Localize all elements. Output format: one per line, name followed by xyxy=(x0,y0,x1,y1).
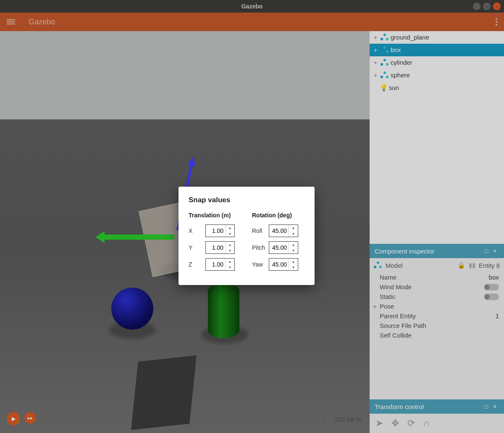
snap-values-dialog: Snap values Translation (m) X ▲▼ Y ▲▼ Z … xyxy=(178,187,315,285)
panel-close-icon[interactable]: × xyxy=(491,248,499,254)
z-label: Z xyxy=(189,261,205,268)
spin-down-icon[interactable]: ▼ xyxy=(289,264,298,270)
scene-plane-shadow xyxy=(131,355,197,430)
app-title: Gazebo xyxy=(29,18,55,26)
window-maximize-button[interactable]: ▭ xyxy=(483,3,491,10)
axis-y-arrow[interactable] xyxy=(103,235,174,240)
row-source-key: Source File Path xyxy=(380,322,499,329)
translation-z-input[interactable]: ▲▼ xyxy=(205,258,235,271)
spin-up-icon[interactable]: ▲ xyxy=(289,242,298,248)
tree-expander[interactable]: + xyxy=(372,59,379,66)
scene-cylinder[interactable] xyxy=(208,283,239,338)
window-titlebar: Gazebo – ▭ × xyxy=(0,0,504,13)
step-button[interactable]: ▸▸ xyxy=(24,412,36,424)
window-title: Gazebo xyxy=(242,3,263,10)
model-icon xyxy=(381,46,389,54)
tree-item-label: sun xyxy=(389,84,399,91)
dialog-title: Snap values xyxy=(189,196,304,204)
zoom-percent: 102.16 % xyxy=(335,416,361,423)
rotate-tool-icon[interactable]: ⟳ xyxy=(407,418,415,429)
spin-down-icon[interactable]: ▼ xyxy=(226,231,234,237)
select-tool-icon[interactable]: ➤ xyxy=(375,418,383,429)
static-toggle[interactable] xyxy=(484,293,499,300)
translate-tool-icon[interactable]: ✥ xyxy=(391,418,399,429)
spin-down-icon[interactable]: ▼ xyxy=(226,248,234,253)
scene-sphere[interactable] xyxy=(111,288,153,330)
play-button[interactable]: ▶ xyxy=(7,412,20,425)
inspector-entity: Entity 8 xyxy=(479,262,500,269)
spin-up-icon[interactable]: ▲ xyxy=(289,259,298,264)
row-name-value: box xyxy=(489,274,499,281)
yaw-label: Yaw xyxy=(252,261,269,268)
row-pose-key: Pose xyxy=(380,303,499,310)
window-close-button[interactable]: × xyxy=(493,3,501,10)
tree-item-label: sphere xyxy=(391,71,410,79)
lock-icon[interactable]: 🔒 xyxy=(457,261,465,269)
light-icon: 💡 xyxy=(381,84,387,92)
entity-tree: +ground_plane+box+cylinder+sphere💡sun xyxy=(370,31,504,94)
tree-expander[interactable]: + xyxy=(372,72,379,79)
tree-item-sphere[interactable]: +sphere xyxy=(370,69,504,82)
viewport-status: ‹ 102.16 % xyxy=(324,415,361,424)
tree-expander[interactable]: + xyxy=(372,34,379,41)
pose-expander[interactable]: + xyxy=(373,303,380,310)
tree-item-ground_plane[interactable]: +ground_plane xyxy=(370,31,504,44)
tree-expander[interactable]: + xyxy=(372,47,379,53)
spin-up-icon[interactable]: ▲ xyxy=(226,225,234,231)
translation-x-input[interactable]: ▲▼ xyxy=(205,224,235,237)
pause-icon[interactable]: ▮▮ xyxy=(469,261,475,269)
x-label: X xyxy=(189,227,205,234)
snap-tool-icon[interactable]: ∩ xyxy=(423,418,430,429)
row-parent-value: 1 xyxy=(496,312,499,319)
panel-title: Component inspector xyxy=(375,248,435,255)
translation-y-input[interactable]: ▲▼ xyxy=(205,241,235,254)
rotation-yaw-input[interactable]: ▲▼ xyxy=(269,258,298,271)
row-parent-key: Parent Entity xyxy=(380,312,496,319)
tree-item-sun[interactable]: 💡sun xyxy=(370,82,504,94)
tree-item-label: ground_plane xyxy=(391,34,429,41)
model-icon xyxy=(374,261,382,269)
row-name-key: Name xyxy=(380,274,489,281)
component-inspector-panel: Component inspector □ × Model 🔒 ▮▮ Entit… xyxy=(370,244,504,399)
more-icon[interactable] xyxy=(496,18,497,26)
app-toolbar: Gazebo xyxy=(0,13,504,31)
tree-item-label: box xyxy=(391,46,401,53)
spin-up-icon[interactable]: ▲ xyxy=(226,242,234,248)
translation-heading: Translation (m) xyxy=(189,212,241,219)
viewport-sky xyxy=(0,31,370,119)
tree-item-box[interactable]: +box xyxy=(370,44,504,56)
spin-down-icon[interactable]: ▼ xyxy=(289,248,298,253)
roll-label: Roll xyxy=(252,227,269,234)
panel-maximize-icon[interactable]: □ xyxy=(482,403,491,410)
y-label: Y xyxy=(189,244,205,251)
window-minimize-button[interactable]: – xyxy=(473,3,480,10)
panel-maximize-icon[interactable]: □ xyxy=(482,248,491,254)
spin-down-icon[interactable]: ▼ xyxy=(289,231,298,237)
panel-close-icon[interactable]: × xyxy=(491,403,499,410)
tree-item-label: cylinder xyxy=(391,59,412,66)
tree-item-cylinder[interactable]: +cylinder xyxy=(370,56,504,69)
row-static-key: Static xyxy=(380,293,484,300)
row-wind-key: Wind Mode xyxy=(380,283,484,290)
spin-up-icon[interactable]: ▲ xyxy=(226,259,234,264)
inspector-type: Model xyxy=(386,262,403,269)
menu-icon[interactable] xyxy=(7,19,15,24)
row-self-collide-key: Self Collide xyxy=(380,332,499,339)
spin-down-icon[interactable]: ▼ xyxy=(226,264,234,270)
rotation-heading: Rotation (deg) xyxy=(252,212,304,219)
model-icon xyxy=(381,34,389,41)
chevron-left-icon[interactable]: ‹ xyxy=(324,415,326,424)
wind-toggle[interactable] xyxy=(484,284,499,290)
model-icon xyxy=(381,59,389,66)
transform-control-panel: Transform control □ × ➤ ✥ ⟳ ∩ xyxy=(370,399,504,433)
rotation-pitch-input[interactable]: ▲▼ xyxy=(269,241,298,254)
spin-up-icon[interactable]: ▲ xyxy=(289,225,298,231)
rotation-roll-input[interactable]: ▲▼ xyxy=(269,224,298,237)
panel-title: Transform control xyxy=(375,403,424,410)
model-icon xyxy=(381,71,389,79)
pitch-label: Pitch xyxy=(252,244,269,251)
